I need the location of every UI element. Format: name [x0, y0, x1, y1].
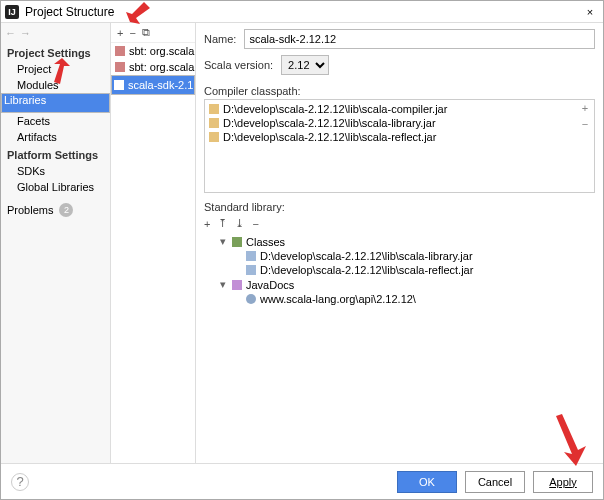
- stdlib-add-icon[interactable]: +: [204, 218, 210, 230]
- sidebar-group-header: Platform Settings: [1, 145, 110, 163]
- window-title: Project Structure: [25, 5, 114, 19]
- javadocs-folder-icon: [232, 280, 242, 290]
- sidebar-item-facets[interactable]: Facets: [1, 113, 110, 129]
- jar-folder-icon: [209, 104, 219, 114]
- window-close-button[interactable]: ×: [581, 6, 599, 18]
- sidebar-nav: ← →: [1, 23, 110, 43]
- classpath-item-label: D:\develop\scala-2.12.12\lib\scala-refle…: [223, 131, 436, 143]
- copy-library-icon[interactable]: ⧉: [142, 26, 150, 39]
- tree-leaf[interactable]: D:\develop\scala-2.12.12\lib\scala-libra…: [204, 249, 595, 263]
- stdlib-attach-icon[interactable]: ⤒: [218, 217, 227, 230]
- remove-library-icon[interactable]: −: [129, 27, 135, 39]
- sidebar-item-libraries[interactable]: Libraries: [1, 93, 110, 113]
- classpath-item[interactable]: D:\develop\scala-2.12.12\lib\scala-refle…: [207, 130, 574, 144]
- tree-node-javadocs[interactable]: ▾ JavaDocs: [204, 277, 595, 292]
- library-icon: [115, 46, 125, 56]
- tree-leaf-label: www.scala-lang.org\api\2.12.12\: [260, 293, 416, 305]
- classpath-item-label: D:\develop\scala-2.12.12\lib\scala-libra…: [223, 117, 436, 129]
- name-input[interactable]: [244, 29, 595, 49]
- app-icon: IJ: [5, 5, 19, 19]
- standard-library-toolbar: + ⤒ ⤓ −: [204, 215, 595, 232]
- sidebar-item-global-libraries[interactable]: Global Libraries: [1, 179, 110, 195]
- standard-library-tree[interactable]: ▾ Classes D:\develop\scala-2.12.12\lib\s…: [204, 232, 595, 463]
- apply-button[interactable]: Apply: [533, 471, 593, 493]
- apply-button-label: Apply: [549, 476, 577, 488]
- problems-label: Problems: [7, 204, 53, 216]
- jar-folder-icon: [209, 132, 219, 142]
- classpath-item-label: D:\develop\scala-2.12.12\lib\scala-compi…: [223, 103, 447, 115]
- problems-count-badge: 2: [59, 203, 73, 217]
- tree-leaf[interactable]: D:\develop\scala-2.12.12\lib\scala-refle…: [204, 263, 595, 277]
- library-item[interactable]: scala-sdk-2.12.12: [111, 75, 195, 95]
- compiler-classpath-list[interactable]: D:\develop\scala-2.12.12\lib\scala-compi…: [205, 100, 576, 192]
- classpath-add-icon[interactable]: +: [582, 102, 588, 114]
- library-item-label: sbt: org.scala-lang:scala-li: [129, 61, 195, 73]
- add-library-icon[interactable]: +: [117, 27, 123, 39]
- stdlib-remove-icon[interactable]: −: [252, 218, 258, 230]
- nav-forward-icon[interactable]: →: [20, 27, 31, 39]
- classpath-item[interactable]: D:\develop\scala-2.12.12\lib\scala-compi…: [207, 102, 574, 116]
- stdlib-browse-icon[interactable]: ⤓: [235, 217, 244, 230]
- standard-library-label: Standard library:: [204, 201, 595, 213]
- library-item-label: scala-sdk-2.12.12: [128, 79, 195, 91]
- compiler-classpath-box: D:\develop\scala-2.12.12\lib\scala-compi…: [204, 99, 595, 193]
- library-item-label: sbt: org.scala-lang:scala-li: [129, 45, 195, 57]
- library-list-panel: + − ⧉ sbt: org.scala-lang:scala-lisbt: o…: [111, 23, 196, 463]
- scala-version-label: Scala version:: [204, 59, 273, 71]
- library-detail-panel: Name: Scala version: 2.12 Compiler class…: [196, 23, 603, 463]
- library-icon: [115, 62, 125, 72]
- tree-node-label: Classes: [246, 236, 285, 248]
- sidebar-group-header: Project Settings: [1, 43, 110, 61]
- compiler-classpath-label: Compiler classpath:: [204, 85, 595, 97]
- sidebar-item-project[interactable]: Project: [1, 61, 110, 77]
- tree-leaf-label: D:\develop\scala-2.12.12\lib\scala-refle…: [260, 264, 473, 276]
- cancel-button[interactable]: Cancel: [465, 471, 525, 493]
- library-icon: [114, 80, 124, 90]
- sidebar-item-artifacts[interactable]: Artifacts: [1, 129, 110, 145]
- classpath-item[interactable]: D:\develop\scala-2.12.12\lib\scala-libra…: [207, 116, 574, 130]
- scala-version-select[interactable]: 2.12: [281, 55, 329, 75]
- web-icon: [246, 294, 256, 304]
- tree-twisty-icon[interactable]: ▾: [218, 278, 228, 291]
- tree-leaf-label: D:\develop\scala-2.12.12\lib\scala-libra…: [260, 250, 473, 262]
- name-label: Name:: [204, 33, 236, 45]
- sidebar-item-problems[interactable]: Problems 2: [1, 201, 110, 219]
- tree-node-classes[interactable]: ▾ Classes: [204, 234, 595, 249]
- jar-file-icon: [246, 265, 256, 275]
- tree-twisty-icon[interactable]: ▾: [218, 235, 228, 248]
- tree-leaf[interactable]: www.scala-lang.org\api\2.12.12\: [204, 292, 595, 306]
- sidebar: ← → Project SettingsProjectModulesLibrar…: [1, 23, 111, 463]
- jar-file-icon: [246, 251, 256, 261]
- library-toolbar: + − ⧉: [111, 23, 195, 43]
- tree-node-label: JavaDocs: [246, 279, 294, 291]
- title-bar: IJ Project Structure ×: [1, 1, 603, 23]
- classpath-remove-icon[interactable]: −: [582, 118, 588, 130]
- nav-back-icon[interactable]: ←: [5, 27, 16, 39]
- library-item[interactable]: sbt: org.scala-lang:scala-li: [111, 59, 195, 75]
- sidebar-item-modules[interactable]: Modules: [1, 77, 110, 93]
- dialog-footer: ? OK Cancel Apply: [1, 463, 603, 499]
- help-button[interactable]: ?: [11, 473, 29, 491]
- library-item[interactable]: sbt: org.scala-lang:scala-li: [111, 43, 195, 59]
- classes-folder-icon: [232, 237, 242, 247]
- ok-button[interactable]: OK: [397, 471, 457, 493]
- jar-folder-icon: [209, 118, 219, 128]
- sidebar-item-sdks[interactable]: SDKs: [1, 163, 110, 179]
